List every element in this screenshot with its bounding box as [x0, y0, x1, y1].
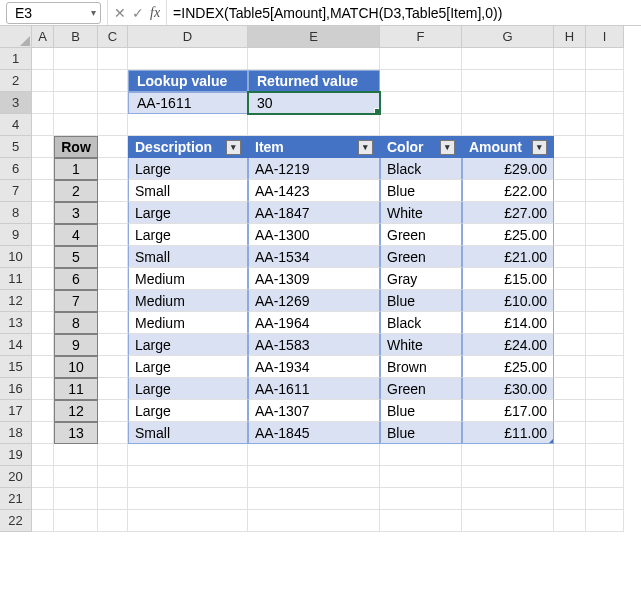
cell-H7[interactable] [554, 180, 586, 202]
cell-H19[interactable] [554, 444, 586, 466]
formula-input[interactable]: =INDEX(Table5[Amount],MATCH(D3,Table5[It… [166, 0, 641, 25]
table-cell-amount[interactable]: £29.00 [462, 158, 554, 180]
cell-C16[interactable] [98, 378, 128, 400]
table-cell-amount[interactable]: £24.00 [462, 334, 554, 356]
cell-H6[interactable] [554, 158, 586, 180]
column-header-A[interactable]: A [32, 26, 54, 48]
cell-A18[interactable] [32, 422, 54, 444]
cell-A9[interactable] [32, 224, 54, 246]
row-header-8[interactable]: 8 [0, 202, 32, 224]
table-cell-amount[interactable]: £11.00 [462, 422, 554, 444]
cell-G22[interactable] [462, 510, 554, 532]
cell-C20[interactable] [98, 466, 128, 488]
table-cell-item[interactable]: AA-1300 [248, 224, 380, 246]
table-cell-amount[interactable]: £14.00 [462, 312, 554, 334]
row-header-5[interactable]: 5 [0, 136, 32, 158]
cell-D20[interactable] [128, 466, 248, 488]
cell-B20[interactable] [54, 466, 98, 488]
cell-I13[interactable] [586, 312, 624, 334]
cell-I8[interactable] [586, 202, 624, 224]
cell-A6[interactable] [32, 158, 54, 180]
chevron-down-icon[interactable]: ▾ [91, 7, 96, 18]
cell-G1[interactable] [462, 48, 554, 70]
cell-I16[interactable] [586, 378, 624, 400]
cell-A15[interactable] [32, 356, 54, 378]
cancel-icon[interactable]: ✕ [114, 5, 126, 21]
row-header-4[interactable]: 4 [0, 114, 32, 136]
cell-H4[interactable] [554, 114, 586, 136]
cell-I20[interactable] [586, 466, 624, 488]
cell-C18[interactable] [98, 422, 128, 444]
cell-H21[interactable] [554, 488, 586, 510]
cell-H11[interactable] [554, 268, 586, 290]
table-cell-desc[interactable]: Large [128, 334, 248, 356]
table-cell-desc[interactable]: Small [128, 180, 248, 202]
table-cell-desc[interactable]: Medium [128, 290, 248, 312]
table-cell-desc[interactable]: Large [128, 378, 248, 400]
table-cell-color[interactable]: White [380, 202, 462, 224]
cell-A10[interactable] [32, 246, 54, 268]
cell-I4[interactable] [586, 114, 624, 136]
row-header-13[interactable]: 13 [0, 312, 32, 334]
cell-I19[interactable] [586, 444, 624, 466]
table-cell-amount[interactable]: £22.00 [462, 180, 554, 202]
table-cell-color[interactable]: Green [380, 224, 462, 246]
cell-A2[interactable] [32, 70, 54, 92]
cell-F4[interactable] [380, 114, 462, 136]
table-header-desc[interactable]: Description [128, 136, 248, 158]
cell-C15[interactable] [98, 356, 128, 378]
cell-C3[interactable] [98, 92, 128, 114]
table-cell-color[interactable]: Gray [380, 268, 462, 290]
cell-B1[interactable] [54, 48, 98, 70]
cell-C11[interactable] [98, 268, 128, 290]
cell-C12[interactable] [98, 290, 128, 312]
cell-H8[interactable] [554, 202, 586, 224]
cell-A12[interactable] [32, 290, 54, 312]
cell-H3[interactable] [554, 92, 586, 114]
row-header-1[interactable]: 1 [0, 48, 32, 70]
cell-H12[interactable] [554, 290, 586, 312]
cell-I17[interactable] [586, 400, 624, 422]
cell-I10[interactable] [586, 246, 624, 268]
table-cell-color[interactable]: Blue [380, 290, 462, 312]
table-cell-item[interactable]: AA-1219 [248, 158, 380, 180]
cell-F1[interactable] [380, 48, 462, 70]
table-cell-color[interactable]: Blue [380, 400, 462, 422]
cell-G21[interactable] [462, 488, 554, 510]
row-header-10[interactable]: 10 [0, 246, 32, 268]
cell-C7[interactable] [98, 180, 128, 202]
cell-I11[interactable] [586, 268, 624, 290]
cell-A19[interactable] [32, 444, 54, 466]
cell-C5[interactable] [98, 136, 128, 158]
column-header-G[interactable]: G [462, 26, 554, 48]
table-cell-amount[interactable]: £27.00 [462, 202, 554, 224]
table-cell-amount[interactable]: £30.00 [462, 378, 554, 400]
cell-C6[interactable] [98, 158, 128, 180]
cell-B19[interactable] [54, 444, 98, 466]
filter-dropdown-icon[interactable] [358, 140, 373, 155]
cell-C2[interactable] [98, 70, 128, 92]
cell-H16[interactable] [554, 378, 586, 400]
name-box[interactable]: E3 ▾ [6, 2, 101, 24]
table-cell-desc[interactable]: Large [128, 202, 248, 224]
cell-H17[interactable] [554, 400, 586, 422]
table-cell-desc[interactable]: Large [128, 400, 248, 422]
cell-A11[interactable] [32, 268, 54, 290]
cell-E4[interactable] [248, 114, 380, 136]
cell-C8[interactable] [98, 202, 128, 224]
table-cell-item[interactable]: AA-1423 [248, 180, 380, 202]
cell-I2[interactable] [586, 70, 624, 92]
cell-H18[interactable] [554, 422, 586, 444]
cell-B4[interactable] [54, 114, 98, 136]
table-cell-color[interactable]: Green [380, 246, 462, 268]
cell-D22[interactable] [128, 510, 248, 532]
row-header-19[interactable]: 19 [0, 444, 32, 466]
cell-B2[interactable] [54, 70, 98, 92]
cell-I9[interactable] [586, 224, 624, 246]
column-header-B[interactable]: B [54, 26, 98, 48]
cell-F21[interactable] [380, 488, 462, 510]
cell-C17[interactable] [98, 400, 128, 422]
cell-H2[interactable] [554, 70, 586, 92]
row-header-20[interactable]: 20 [0, 466, 32, 488]
table-cell-item[interactable]: AA-1845 [248, 422, 380, 444]
